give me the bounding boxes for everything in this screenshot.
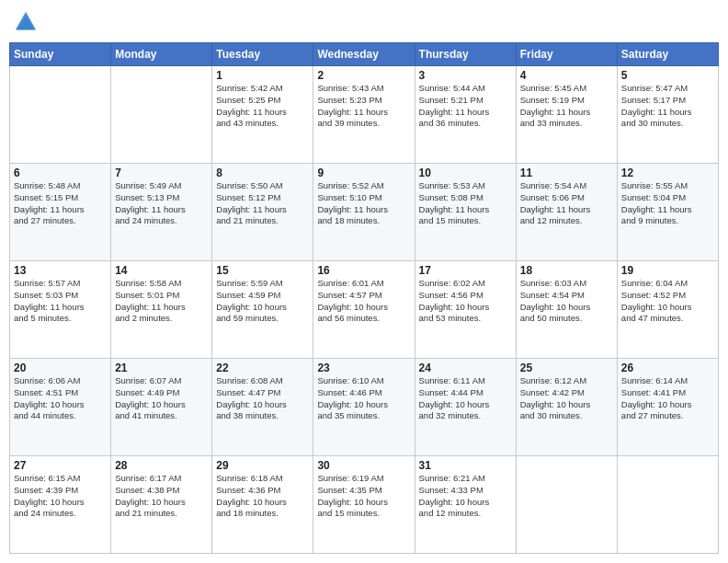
day-number: 3 <box>419 69 512 82</box>
weekday-header-sunday: Sunday <box>10 43 111 66</box>
calendar-cell: 29Sunrise: 6:18 AM Sunset: 4:36 PM Dayli… <box>212 456 313 554</box>
day-info: Sunrise: 6:12 AM Sunset: 4:42 PM Dayligh… <box>520 375 613 422</box>
calendar-week-2: 6Sunrise: 5:48 AM Sunset: 5:15 PM Daylig… <box>10 164 719 261</box>
day-info: Sunrise: 6:11 AM Sunset: 4:44 PM Dayligh… <box>419 375 512 422</box>
weekday-header-monday: Monday <box>111 43 212 66</box>
day-number: 30 <box>317 459 410 472</box>
day-info: Sunrise: 5:45 AM Sunset: 5:19 PM Dayligh… <box>520 83 613 130</box>
day-info: Sunrise: 5:49 AM Sunset: 5:13 PM Dayligh… <box>115 180 208 227</box>
calendar-cell: 25Sunrise: 6:12 AM Sunset: 4:42 PM Dayli… <box>516 359 617 456</box>
day-number: 16 <box>317 264 410 277</box>
calendar-cell: 2Sunrise: 5:43 AM Sunset: 5:23 PM Daylig… <box>313 66 415 164</box>
day-number: 5 <box>621 69 714 82</box>
calendar-cell: 27Sunrise: 6:15 AM Sunset: 4:39 PM Dayli… <box>10 456 111 554</box>
day-info: Sunrise: 6:06 AM Sunset: 4:51 PM Dayligh… <box>14 375 107 422</box>
logo-icon <box>13 9 39 35</box>
day-info: Sunrise: 5:43 AM Sunset: 5:23 PM Dayligh… <box>317 83 410 130</box>
day-number: 13 <box>14 264 107 277</box>
calendar-week-4: 20Sunrise: 6:06 AM Sunset: 4:51 PM Dayli… <box>10 359 719 456</box>
day-info: Sunrise: 6:07 AM Sunset: 4:49 PM Dayligh… <box>115 375 208 422</box>
day-number: 2 <box>317 69 410 82</box>
day-info: Sunrise: 5:57 AM Sunset: 5:03 PM Dayligh… <box>14 278 107 325</box>
calendar-cell: 23Sunrise: 6:10 AM Sunset: 4:46 PM Dayli… <box>313 359 415 456</box>
day-info: Sunrise: 6:08 AM Sunset: 4:47 PM Dayligh… <box>216 375 309 422</box>
calendar-cell: 12Sunrise: 5:55 AM Sunset: 5:04 PM Dayli… <box>617 164 718 261</box>
calendar-cell: 7Sunrise: 5:49 AM Sunset: 5:13 PM Daylig… <box>111 164 212 261</box>
day-number: 23 <box>317 362 410 374</box>
header <box>9 9 719 35</box>
calendar-week-3: 13Sunrise: 5:57 AM Sunset: 5:03 PM Dayli… <box>10 261 719 359</box>
day-number: 24 <box>419 362 512 374</box>
day-info: Sunrise: 5:54 AM Sunset: 5:06 PM Dayligh… <box>520 180 613 227</box>
day-info: Sunrise: 6:18 AM Sunset: 4:36 PM Dayligh… <box>216 473 309 520</box>
calendar-header: SundayMondayTuesdayWednesdayThursdayFrid… <box>10 43 719 66</box>
calendar-cell: 8Sunrise: 5:50 AM Sunset: 5:12 PM Daylig… <box>212 164 313 261</box>
day-number: 10 <box>419 167 512 179</box>
day-info: Sunrise: 5:50 AM Sunset: 5:12 PM Dayligh… <box>216 180 309 227</box>
calendar-body: 1Sunrise: 5:42 AM Sunset: 5:25 PM Daylig… <box>10 66 719 554</box>
day-info: Sunrise: 6:15 AM Sunset: 4:39 PM Dayligh… <box>14 473 107 520</box>
calendar-cell <box>111 66 212 164</box>
calendar-table: SundayMondayTuesdayWednesdayThursdayFrid… <box>9 42 719 554</box>
calendar-cell: 10Sunrise: 5:53 AM Sunset: 5:08 PM Dayli… <box>415 164 516 261</box>
day-number: 18 <box>520 264 613 277</box>
day-number: 7 <box>115 167 208 179</box>
day-info: Sunrise: 5:48 AM Sunset: 5:15 PM Dayligh… <box>14 180 107 227</box>
day-info: Sunrise: 5:55 AM Sunset: 5:04 PM Dayligh… <box>621 180 714 227</box>
day-info: Sunrise: 5:47 AM Sunset: 5:17 PM Dayligh… <box>621 83 714 130</box>
day-info: Sunrise: 6:01 AM Sunset: 4:57 PM Dayligh… <box>317 278 410 325</box>
day-info: Sunrise: 5:58 AM Sunset: 5:01 PM Dayligh… <box>115 278 208 325</box>
calendar-cell: 20Sunrise: 6:06 AM Sunset: 4:51 PM Dayli… <box>10 359 111 456</box>
day-number: 9 <box>317 167 410 179</box>
day-info: Sunrise: 6:19 AM Sunset: 4:35 PM Dayligh… <box>317 473 410 520</box>
calendar-cell: 13Sunrise: 5:57 AM Sunset: 5:03 PM Dayli… <box>10 261 111 359</box>
calendar-cell: 28Sunrise: 6:17 AM Sunset: 4:38 PM Dayli… <box>111 456 212 554</box>
calendar-cell <box>617 456 718 554</box>
day-number: 19 <box>621 264 714 277</box>
day-number: 27 <box>14 459 107 472</box>
day-info: Sunrise: 6:17 AM Sunset: 4:38 PM Dayligh… <box>115 473 208 520</box>
logo <box>13 9 42 35</box>
calendar-cell <box>516 456 617 554</box>
day-number: 14 <box>115 264 208 277</box>
calendar-cell: 24Sunrise: 6:11 AM Sunset: 4:44 PM Dayli… <box>415 359 516 456</box>
calendar-cell <box>10 66 111 164</box>
calendar-cell: 22Sunrise: 6:08 AM Sunset: 4:47 PM Dayli… <box>212 359 313 456</box>
calendar-cell: 5Sunrise: 5:47 AM Sunset: 5:17 PM Daylig… <box>617 66 718 164</box>
day-number: 29 <box>216 459 309 472</box>
calendar-cell: 19Sunrise: 6:04 AM Sunset: 4:52 PM Dayli… <box>617 261 718 359</box>
calendar-cell: 11Sunrise: 5:54 AM Sunset: 5:06 PM Dayli… <box>516 164 617 261</box>
calendar-cell: 9Sunrise: 5:52 AM Sunset: 5:10 PM Daylig… <box>313 164 415 261</box>
calendar-cell: 15Sunrise: 5:59 AM Sunset: 4:59 PM Dayli… <box>212 261 313 359</box>
day-number: 21 <box>115 362 208 374</box>
day-number: 26 <box>621 362 714 374</box>
day-number: 20 <box>14 362 107 374</box>
page: SundayMondayTuesdayWednesdayThursdayFrid… <box>0 0 728 563</box>
calendar-week-5: 27Sunrise: 6:15 AM Sunset: 4:39 PM Dayli… <box>10 456 719 554</box>
calendar-cell: 21Sunrise: 6:07 AM Sunset: 4:49 PM Dayli… <box>111 359 212 456</box>
day-info: Sunrise: 6:03 AM Sunset: 4:54 PM Dayligh… <box>520 278 613 325</box>
calendar-cell: 3Sunrise: 5:44 AM Sunset: 5:21 PM Daylig… <box>415 66 516 164</box>
day-info: Sunrise: 5:53 AM Sunset: 5:08 PM Dayligh… <box>419 180 512 227</box>
calendar-week-1: 1Sunrise: 5:42 AM Sunset: 5:25 PM Daylig… <box>10 66 719 164</box>
calendar-cell: 4Sunrise: 5:45 AM Sunset: 5:19 PM Daylig… <box>516 66 617 164</box>
day-info: Sunrise: 5:44 AM Sunset: 5:21 PM Dayligh… <box>419 83 512 130</box>
day-number: 22 <box>216 362 309 374</box>
weekday-header-saturday: Saturday <box>617 43 718 66</box>
day-number: 25 <box>520 362 613 374</box>
day-number: 8 <box>216 167 309 179</box>
day-number: 6 <box>14 167 107 179</box>
calendar-cell: 17Sunrise: 6:02 AM Sunset: 4:56 PM Dayli… <box>415 261 516 359</box>
calendar-cell: 26Sunrise: 6:14 AM Sunset: 4:41 PM Dayli… <box>617 359 718 456</box>
day-number: 12 <box>621 167 714 179</box>
day-info: Sunrise: 5:59 AM Sunset: 4:59 PM Dayligh… <box>216 278 309 325</box>
calendar-cell: 6Sunrise: 5:48 AM Sunset: 5:15 PM Daylig… <box>10 164 111 261</box>
day-number: 1 <box>216 69 309 82</box>
calendar-cell: 30Sunrise: 6:19 AM Sunset: 4:35 PM Dayli… <box>313 456 415 554</box>
weekday-header-tuesday: Tuesday <box>212 43 313 66</box>
weekday-row: SundayMondayTuesdayWednesdayThursdayFrid… <box>10 43 719 66</box>
day-info: Sunrise: 6:14 AM Sunset: 4:41 PM Dayligh… <box>621 375 714 422</box>
day-info: Sunrise: 5:42 AM Sunset: 5:25 PM Dayligh… <box>216 83 309 130</box>
day-number: 28 <box>115 459 208 472</box>
day-info: Sunrise: 6:21 AM Sunset: 4:33 PM Dayligh… <box>419 473 512 520</box>
